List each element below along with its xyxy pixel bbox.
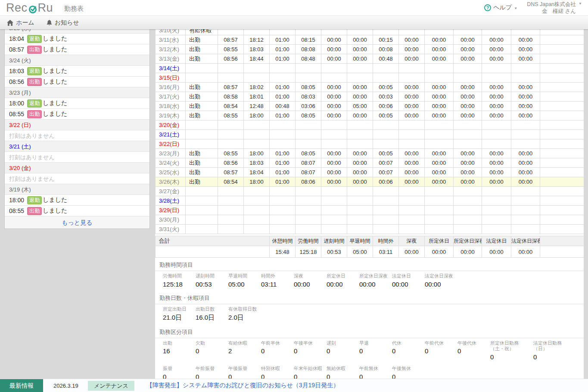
timesheet-value-cell: 01:00 — [270, 54, 296, 64]
timesheet-row[interactable]: 3/11(水)出勤08:5718:1201:0008:1500:0000:000… — [156, 35, 584, 45]
timesheet-row[interactable]: 3/24(火)出勤08:5618:0301:0008:0700:0000:000… — [156, 158, 584, 168]
timesheet-row[interactable]: 3/15(日) — [156, 73, 584, 83]
summary-item: 早退0 — [359, 340, 392, 355]
timesheet-value-cell: 00:00 — [425, 102, 454, 111]
timesheet-value-cell — [321, 64, 347, 73]
nav-item-home[interactable]: ホーム — [7, 19, 34, 27]
timesheet-value-cell — [347, 64, 373, 73]
help-label: ヘルプ — [493, 4, 512, 12]
timesheet-value-cell: 00:00 — [511, 102, 540, 111]
summary-item: 午後無休0 — [392, 366, 425, 380]
timesheet-row[interactable]: 3/13(金)出勤08:5618:4401:0008:4800:0000:000… — [156, 54, 584, 64]
timesheet-value-cell — [270, 187, 296, 196]
summary-item-value: 03:11 — [261, 281, 294, 288]
timesheet-value-cell: 00:00 — [482, 54, 511, 64]
timesheet-value-cell: 00:00 — [454, 149, 482, 158]
timesheet-value-cell: 00:00 — [425, 177, 454, 187]
recoru-logo[interactable]: Rec Ru — [6, 1, 53, 15]
timesheet-value-cell: 00:07 — [373, 158, 399, 168]
timesheet-trailing-cell — [540, 225, 584, 234]
timesheet-value-cell — [425, 196, 454, 206]
user-menu[interactable]: DNS Japan株式会社 金 槿縒 さん ▼ — [527, 1, 582, 15]
timesheet-row[interactable]: 3/23(月)出勤08:5518:0001:0008:0500:0000:000… — [156, 149, 584, 158]
punch-text: しました — [43, 99, 67, 107]
timesheet-row[interactable]: 3/29(日) — [156, 206, 584, 215]
summary-item-value: 0 — [457, 347, 490, 355]
timesheet-row[interactable]: 3/17(火)出勤08:5818:0101:0008:0300:0000:000… — [156, 92, 584, 102]
timesheet-value-cell — [296, 187, 321, 196]
summary-item-value: 00:53 — [196, 281, 228, 288]
totals-header-cell: 早退時間 — [347, 236, 373, 246]
timesheet-value-cell — [218, 225, 244, 234]
timesheet-value-cell — [511, 206, 540, 215]
timesheet-value-cell — [296, 139, 321, 149]
summary-item-value: 2 — [228, 347, 261, 355]
timesheet-value-cell: 18:00 — [244, 149, 270, 158]
timesheet-value-cell: 08:55 — [218, 45, 244, 54]
timesheet-value-cell: 00:00 — [511, 45, 540, 54]
punch-log-entry: 18:00退勤しました — [5, 98, 149, 109]
summary-item: 遅刻0 — [327, 340, 359, 355]
timesheet-value-cell — [347, 130, 373, 139]
timesheet-value-cell: 00:00 — [425, 158, 454, 168]
timesheet-value-cell — [244, 225, 270, 234]
summary-item-value: 00:00 — [294, 281, 327, 288]
timesheet-value-cell — [321, 215, 347, 225]
timesheet-value-cell — [454, 215, 482, 225]
timesheet-row[interactable]: 3/14(土) — [156, 64, 584, 73]
timesheet-value-cell — [373, 215, 399, 225]
timesheet-value-cell — [399, 206, 425, 215]
totals-header-cell: 法定休日 — [482, 236, 511, 246]
nav-item-notice[interactable]: お知らせ — [47, 19, 79, 27]
timesheet-value-cell: 00:00 — [454, 54, 482, 64]
timesheet-row[interactable]: 3/20(金) — [156, 120, 584, 130]
maintenance-tag[interactable]: メンテナンス — [88, 381, 134, 391]
timesheet-row[interactable]: 3/26(木)出勤08:5418:0001:0008:0600:0000:000… — [156, 177, 584, 187]
punch-log-entry: 18:00退勤しました — [5, 195, 149, 206]
timesheet-value-cell — [425, 206, 454, 215]
timesheet-row[interactable]: 3/21(土) — [156, 130, 584, 139]
timesheet-value-cell — [296, 206, 321, 215]
timesheet-value-cell: 01:00 — [270, 168, 296, 177]
section-items-row: 所定出勤日21.0日出勤日数16.0日有休取得日数2.0日 — [155, 304, 584, 325]
news-link[interactable]: 【障害発生】システム障害のお詫びと復旧のお知らせ（3月19日発生） — [146, 382, 339, 389]
timesheet-value-cell — [218, 139, 244, 149]
summary-item-value: 2.0日 — [228, 314, 261, 322]
timesheet-value-cell: 00:00 — [511, 168, 540, 177]
timesheet-row[interactable]: 3/12(木)出勤08:5518:0301:0008:0800:0000:000… — [156, 45, 584, 54]
timesheet-row[interactable]: 3/25(水)出勤08:5718:0401:0008:0700:0000:000… — [156, 168, 584, 177]
summary-item-value: 00:00 — [425, 281, 457, 288]
summary-item-label: 振替 — [163, 366, 196, 372]
timesheet-row[interactable]: 3/18(水)出勤08:5412:4800:4803:0600:0005:000… — [156, 102, 584, 111]
timesheet-row[interactable]: 3/16(月)出勤08:5718:0201:0008:0500:0000:000… — [156, 83, 584, 92]
section-title: 勤務区分項目 — [155, 325, 584, 338]
timesheet-value-cell — [373, 225, 399, 234]
totals-header-cell: 労働時間 — [296, 236, 321, 246]
timesheet-value-cell — [321, 120, 347, 130]
timesheet-value-cell — [511, 187, 540, 196]
timesheet-value-cell: 00:00 — [347, 158, 373, 168]
summary-item: 午後代休0 — [457, 340, 490, 355]
timesheet-value-cell — [218, 120, 244, 130]
summary-item-value: 00:00 — [359, 281, 392, 288]
timesheet-row[interactable]: 3/31(火) — [156, 225, 584, 234]
totals-value-cell: 00:00 — [399, 246, 425, 258]
timesheet-row[interactable]: 3/30(月) — [156, 215, 584, 225]
timesheet-value-cell: 00:05 — [373, 83, 399, 92]
timesheet-row[interactable]: 3/28(土) — [156, 196, 584, 206]
timesheet-value-cell: 00:00 — [454, 111, 482, 120]
timesheet-row[interactable]: 3/27(金) — [156, 187, 584, 196]
help-menu[interactable]: ? ヘルプ ▼ — [484, 4, 517, 12]
timesheet-value-cell — [321, 139, 347, 149]
timesheet-value-cell — [511, 215, 540, 225]
summary-item: 有休取得日数2.0日 — [228, 306, 261, 322]
timesheet-row[interactable]: 3/22(日) — [156, 139, 584, 149]
timesheet-row[interactable]: 3/19(木)出勤08:5518:0001:0008:0500:0000:000… — [156, 111, 584, 120]
timesheet-trailing-cell — [540, 45, 584, 54]
totals-header-cell: 時間外 — [373, 236, 399, 246]
show-more-link[interactable]: もっと見る — [5, 216, 149, 228]
summary-item-value: 0 — [490, 353, 533, 361]
punch-in-badge: 出勤 — [27, 78, 42, 86]
timesheet-value-cell — [244, 130, 270, 139]
punch-in-badge: 出勤 — [27, 46, 42, 54]
